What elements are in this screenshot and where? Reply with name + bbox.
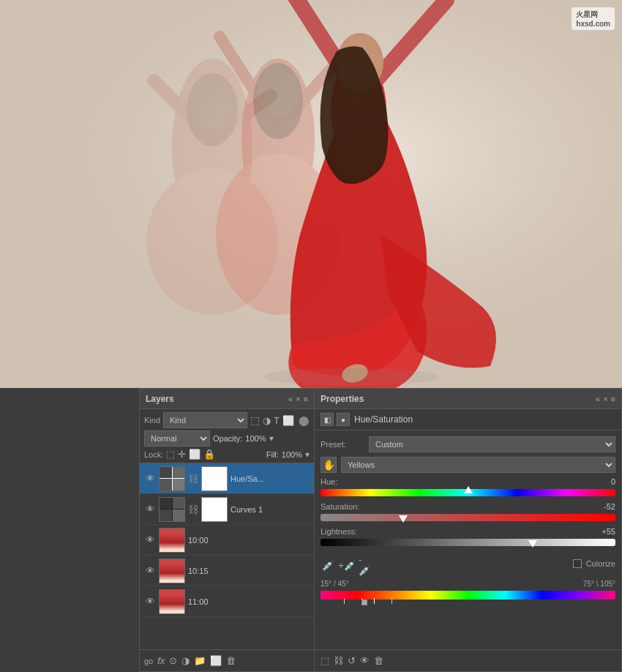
layer-name-1100: 11:00 (188, 597, 310, 606)
layers-bottom-halfcircle[interactable]: ◑ (181, 655, 190, 666)
lock-icon1[interactable]: ⬚ (166, 449, 175, 460)
layer-item-1000[interactable]: 👁 10:00 (140, 525, 314, 556)
properties-panel: Properties « × ≡ ◧ ● Hue/Saturation Pres… (315, 388, 622, 672)
sub-eyedropper-icon[interactable]: -💉 (359, 558, 373, 572)
blend-mode-select[interactable]: Normal Multiply Screen (144, 430, 210, 447)
eyedropper-icon[interactable]: 💉 (321, 558, 335, 572)
hue-slider-track[interactable] (321, 488, 615, 498)
layer-item-curves[interactable]: 👁 ⛓ Curves 1 (140, 494, 314, 525)
layers-menu-icon[interactable]: ≡ (304, 395, 308, 403)
kind-icon3[interactable]: T (274, 415, 280, 426)
hue-value[interactable]: 0 (611, 477, 615, 486)
saturation-slider-bg (321, 514, 615, 521)
hue-slider-thumb[interactable] (464, 486, 473, 493)
layer-thumb-1100 (159, 589, 185, 614)
layers-panel-header: Layers « × ≡ (140, 389, 314, 409)
hs-icon-adj[interactable]: ● (337, 413, 350, 426)
color-range-labels: 15° / 45° 75° \ 105° (321, 580, 615, 588)
huesat-bar: ◧ ● Hue/Saturation (315, 409, 621, 430)
layer-thumb-curves (159, 497, 185, 522)
layer-name-curves: Curves 1 (231, 505, 310, 514)
layer-eye-1000[interactable]: 👁 (144, 534, 156, 545)
layers-bottom-go[interactable]: go (144, 657, 153, 665)
layer-thumb-1015 (159, 559, 185, 583)
color-bar-container[interactable] (321, 591, 615, 605)
lightness-value[interactable]: +55 (602, 527, 615, 536)
kind-select[interactable]: Kind (163, 412, 247, 428)
kind-icon4[interactable]: ⬜ (282, 415, 294, 426)
lightness-slider-bg (321, 539, 615, 546)
kind-icon5[interactable]: ⬤ (299, 415, 310, 426)
layer-eye-huesat[interactable]: 👁 (144, 473, 156, 484)
layers-close-icon[interactable]: × (296, 395, 300, 403)
huesat-icons: ◧ ● (321, 413, 350, 426)
color-bar (321, 591, 615, 600)
layers-bottom-folder[interactable]: 📁 (194, 655, 206, 666)
hue-label: Hue: (321, 477, 337, 486)
opacity-value[interactable]: 100% (245, 434, 266, 443)
range-label-right: 75° \ 105° (583, 580, 615, 588)
layer-item-1015[interactable]: 👁 10:15 (140, 556, 314, 586)
prop-collapse-icon[interactable]: « (596, 395, 600, 403)
saturation-slider-track[interactable] (321, 512, 615, 523)
preset-row: Preset: Custom Default (321, 436, 615, 452)
svg-point-7 (187, 73, 238, 146)
add-eyedropper-icon[interactable]: +💉 (340, 558, 354, 572)
lightness-slider-row: Lightness: +55 (321, 527, 615, 548)
layer-eye-1015[interactable]: 👁 (144, 565, 156, 576)
lock-icon4[interactable]: 🔒 (203, 449, 215, 460)
lightness-slider-track[interactable] (321, 537, 615, 548)
prop-menu-icon[interactable]: ≡ (611, 395, 615, 403)
colorize-row: 💉 +💉 -💉 Colorize (321, 555, 615, 572)
prop-content: Preset: Custom Default ✋ Yellows Reds Gr… (315, 430, 621, 649)
colorize-label: Colorize (586, 559, 615, 568)
layers-panel: Layers « × ≡ Kind Kind ⬚ ◑ T ⬜ ⬤ (139, 388, 315, 672)
layers-title: Layers (146, 394, 174, 404)
range-marker-3 (374, 598, 375, 604)
preset-select[interactable]: Custom Default (369, 436, 615, 452)
hs-icon-mask[interactable]: ◧ (321, 413, 334, 426)
layers-bottom-fx[interactable]: fx (157, 655, 165, 666)
layer-eye-1100[interactable]: 👁 (144, 596, 156, 607)
kind-icon1[interactable]: ⬚ (250, 414, 260, 426)
saturation-slider-thumb[interactable] (399, 515, 408, 523)
lock-icon2[interactable]: ✛ (178, 449, 186, 460)
opacity-label: Opacity: (213, 434, 242, 443)
left-panel-spacer (0, 388, 139, 672)
layer-mask-huesat (201, 466, 228, 491)
layers-bottom-add[interactable]: ⬜ (210, 655, 222, 666)
prop-chain-icon[interactable]: ⛓ (334, 655, 343, 666)
fill-chevron: ▾ (305, 449, 310, 460)
properties-title: Properties (321, 394, 364, 404)
prop-close-icon[interactable]: × (603, 395, 607, 403)
svg-point-13 (253, 63, 303, 139)
layers-collapse-icon[interactable]: « (288, 395, 293, 403)
saturation-value[interactable]: -52 (604, 502, 615, 511)
colorize-checkbox[interactable] (573, 559, 582, 568)
range-handle[interactable] (361, 600, 367, 605)
range-marker-1 (344, 598, 345, 604)
lock-icon3[interactable]: ⬜ (189, 449, 201, 460)
kind-label: Kind (144, 416, 160, 425)
lightness-slider-thumb[interactable] (528, 540, 537, 548)
fill-value[interactable]: 100% (282, 450, 302, 459)
prop-eye-icon[interactable]: 👁 (360, 655, 370, 666)
prop-trash-icon[interactable]: 🗑 (374, 655, 383, 666)
kind-icon2[interactable]: ◑ (263, 415, 271, 426)
layer-thumb-1000 (159, 528, 185, 553)
hand-tool-icon[interactable]: ✋ (321, 457, 337, 473)
layer-item-huesat[interactable]: 👁 ⛓ Hue/Sa... (140, 463, 314, 494)
layers-bottom-trash[interactable]: 🗑 (226, 655, 236, 666)
channel-select[interactable]: Yellows Reds Greens Cyans Blues Magentas… (341, 457, 615, 473)
saturation-label: Saturation: (321, 502, 359, 511)
layer-mask-curves (201, 497, 228, 522)
layer-eye-curves[interactable]: 👁 (144, 504, 156, 515)
prop-mask-link-icon[interactable]: ⬚ (321, 655, 329, 666)
layer-name-1000: 10:00 (188, 536, 310, 545)
prop-reset-icon[interactable]: ↺ (348, 655, 356, 666)
canvas-area: 火星网 hxsd.com (0, 0, 622, 388)
layers-bottom-circle[interactable]: ⊙ (169, 655, 177, 666)
layers-toolbar: Kind Kind ⬚ ◑ T ⬜ ⬤ Normal Multiply Scre… (140, 409, 314, 463)
layers-header-icons: « × ≡ (288, 395, 308, 403)
layer-item-1100[interactable]: 👁 11:00 (140, 586, 314, 617)
